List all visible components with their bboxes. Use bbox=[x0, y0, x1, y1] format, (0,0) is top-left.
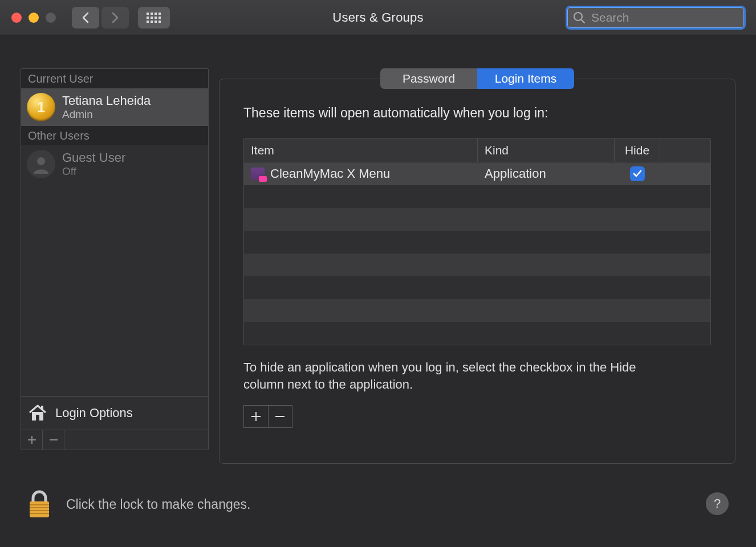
user-name: Guest User bbox=[62, 150, 125, 165]
tabs: Password Login Items bbox=[380, 68, 574, 89]
content-area: Current User 1 Tetiana Leheida Admin Oth… bbox=[0, 35, 756, 464]
svg-rect-6 bbox=[155, 17, 157, 19]
login-items-panel: These items will open automatically when… bbox=[219, 79, 735, 464]
svg-rect-0 bbox=[147, 13, 149, 15]
panel-heading: These items will open automatically when… bbox=[243, 105, 711, 121]
table-row bbox=[244, 208, 710, 231]
cell-spacer bbox=[660, 162, 710, 185]
chevron-right-icon bbox=[111, 12, 119, 23]
table-row bbox=[244, 299, 710, 322]
window-controls bbox=[11, 13, 56, 23]
users-sidebar: Current User 1 Tetiana Leheida Admin Oth… bbox=[21, 68, 209, 450]
add-login-item-button[interactable] bbox=[244, 406, 269, 427]
minus-icon bbox=[49, 435, 58, 444]
maximize-window-button bbox=[46, 13, 56, 23]
person-silhouette-icon bbox=[31, 154, 51, 174]
home-icon bbox=[28, 405, 47, 422]
app-icon bbox=[251, 168, 265, 180]
svg-rect-1 bbox=[151, 13, 153, 15]
svg-rect-10 bbox=[155, 21, 157, 23]
column-item[interactable]: Item bbox=[244, 138, 478, 162]
login-item-add-remove bbox=[243, 405, 292, 428]
minimize-window-button[interactable] bbox=[29, 13, 39, 23]
user-role: Admin bbox=[62, 108, 151, 121]
plus-icon bbox=[27, 435, 36, 444]
cell-item: CleanMyMac X Menu bbox=[244, 162, 478, 185]
svg-rect-2 bbox=[155, 13, 157, 15]
table-row bbox=[244, 254, 710, 276]
plus-icon bbox=[251, 411, 261, 422]
svg-rect-9 bbox=[151, 21, 153, 23]
table-row[interactable]: CleanMyMac X Menu Application bbox=[244, 162, 710, 185]
minus-icon bbox=[275, 411, 285, 422]
hide-checkbox[interactable] bbox=[630, 166, 645, 181]
sidebar-header-current: Current User bbox=[21, 69, 208, 88]
svg-rect-3 bbox=[158, 13, 161, 15]
cell-kind: Application bbox=[478, 162, 615, 185]
remove-login-item-button[interactable] bbox=[269, 406, 292, 427]
nav-forward-button bbox=[101, 7, 129, 28]
svg-rect-8 bbox=[147, 21, 149, 23]
svg-rect-7 bbox=[158, 17, 161, 19]
svg-rect-11 bbox=[158, 21, 161, 23]
nav-back-button[interactable] bbox=[72, 7, 99, 28]
tab-login-items[interactable]: Login Items bbox=[477, 68, 574, 89]
sidebar-user-add-remove bbox=[21, 430, 208, 450]
titlebar: Users & Groups bbox=[0, 0, 756, 35]
table-row bbox=[244, 231, 710, 254]
tab-password[interactable]: Password bbox=[380, 68, 477, 89]
lock-text: Click the lock to make changes. bbox=[66, 497, 250, 512]
column-spacer bbox=[660, 138, 710, 162]
user-text: Tetiana Leheida Admin bbox=[62, 93, 151, 120]
svg-rect-17 bbox=[41, 406, 43, 410]
user-name: Tetiana Leheida bbox=[62, 93, 151, 108]
cell-hide bbox=[615, 162, 660, 185]
chevron-left-icon bbox=[82, 12, 90, 23]
login-items-table: Item Kind Hide CleanMyMac X Menu Applica… bbox=[243, 138, 711, 345]
grid-icon bbox=[147, 13, 161, 23]
cell-item-text: CleanMyMac X Menu bbox=[270, 166, 390, 181]
sidebar-header-other: Other Users bbox=[21, 126, 208, 145]
close-window-button[interactable] bbox=[11, 13, 22, 23]
search-field-wrap[interactable] bbox=[566, 6, 746, 30]
guest-avatar-icon bbox=[27, 150, 55, 178]
svg-rect-5 bbox=[151, 17, 153, 19]
svg-rect-4 bbox=[147, 17, 149, 19]
table-header: Item Kind Hide bbox=[244, 138, 710, 162]
search-input[interactable] bbox=[591, 11, 741, 25]
checkmark-icon bbox=[633, 169, 642, 178]
table-row bbox=[244, 322, 710, 345]
sidebar-guest-user[interactable]: Guest User Off bbox=[21, 145, 208, 183]
svg-rect-16 bbox=[36, 415, 39, 421]
sidebar-spacer bbox=[21, 183, 208, 396]
remove-user-button[interactable] bbox=[43, 430, 64, 450]
user-text: Guest User Off bbox=[62, 150, 125, 177]
nav-buttons bbox=[72, 7, 129, 28]
table-body: CleanMyMac X Menu Application bbox=[244, 162, 710, 345]
main-panel: Password Login Items These items will op… bbox=[219, 68, 735, 464]
sidebar-current-user[interactable]: 1 Tetiana Leheida Admin bbox=[21, 88, 208, 126]
add-user-button[interactable] bbox=[21, 430, 43, 450]
table-row bbox=[244, 185, 710, 208]
show-all-prefs-button[interactable] bbox=[138, 7, 170, 28]
column-hide[interactable]: Hide bbox=[615, 138, 660, 162]
search-icon bbox=[573, 11, 586, 24]
lock-footer: Click the lock to make changes. bbox=[27, 490, 250, 519]
column-kind[interactable]: Kind bbox=[478, 138, 615, 162]
user-role: Off bbox=[62, 165, 125, 178]
lock-icon[interactable] bbox=[27, 490, 51, 519]
help-icon: ? bbox=[714, 496, 721, 511]
user-avatar-icon: 1 bbox=[27, 93, 55, 121]
svg-line-13 bbox=[582, 19, 585, 23]
svg-rect-18 bbox=[30, 501, 49, 517]
svg-point-14 bbox=[37, 157, 45, 165]
table-row bbox=[244, 276, 710, 299]
panel-note: To hide an application when you log in, … bbox=[243, 359, 665, 393]
login-options-label: Login Options bbox=[55, 406, 133, 421]
help-button[interactable]: ? bbox=[706, 492, 729, 515]
login-options-button[interactable]: Login Options bbox=[21, 396, 208, 430]
